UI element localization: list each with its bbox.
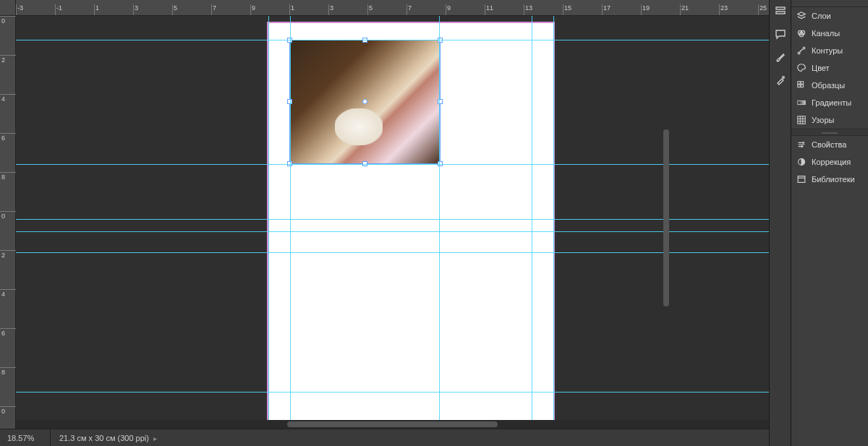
svg-rect-14 <box>798 116 806 124</box>
ruler-tick: 6 <box>0 133 15 172</box>
panel-item-label: Слои <box>812 12 831 20</box>
ruler-tick: -3 <box>16 4 55 12</box>
guide-horizontal[interactable] <box>16 252 769 253</box>
ruler-tick: 1 <box>289 4 328 12</box>
panel-item-label: Цвет <box>812 64 830 72</box>
ruler-tick: 7 <box>407 4 446 12</box>
ruler-tick: 4 <box>0 289 15 328</box>
collapsed-panel-strip <box>770 0 791 446</box>
guide-vertical[interactable] <box>553 16 554 429</box>
ruler-tick: 2 <box>0 55 15 94</box>
ruler-tick: 9 <box>250 4 289 12</box>
comments-icon[interactable] <box>773 26 788 42</box>
canvas-viewport[interactable] <box>16 16 769 429</box>
status-bar: 18.57% 21.3 см x 30 см (300 ppi) ▸ <box>0 429 769 446</box>
panel-item-gradients[interactable]: Градиенты <box>791 94 868 111</box>
ruler-tick: 19 <box>641 4 680 12</box>
guide-vertical[interactable] <box>439 16 440 429</box>
placed-image[interactable] <box>290 40 440 163</box>
history-icon[interactable] <box>773 3 788 19</box>
chevron-right-icon[interactable]: ▸ <box>151 434 157 442</box>
panel-item-label: Библиотеки <box>812 175 855 184</box>
panel-list: СлоиКаналыКонтурыЦветОбразцыГрадиентыУзо… <box>791 0 868 446</box>
ruler-tick: 21 <box>680 4 719 12</box>
document-info[interactable]: 21.3 см x 30 см (300 ppi) ▸ <box>51 434 166 442</box>
ruler-tick: 0 <box>0 16 15 55</box>
guide-horizontal[interactable] <box>16 40 769 40</box>
swatches-icon <box>796 80 807 91</box>
panel-item-channels[interactable]: Каналы <box>791 25 868 42</box>
guide-vertical[interactable] <box>290 16 291 429</box>
brush-icon[interactable] <box>773 49 788 65</box>
scrollbar-thumb[interactable] <box>663 129 669 307</box>
workspace: -3-1135791357911131517192123252729313335… <box>0 0 769 446</box>
panel-item-patterns[interactable]: Узоры <box>791 111 868 129</box>
paths-icon <box>796 45 807 56</box>
guide-horizontal[interactable] <box>16 164 769 165</box>
scrollbar-horizontal[interactable] <box>16 420 769 429</box>
svg-rect-0 <box>776 7 785 9</box>
channels-icon <box>796 27 807 39</box>
panel-item-color[interactable]: Цвет <box>791 59 868 77</box>
ruler-tick: 23 <box>719 4 758 12</box>
ruler-tick: 17 <box>602 4 641 12</box>
panel-item-properties[interactable]: Свойства <box>791 136 868 153</box>
svg-rect-10 <box>798 85 801 87</box>
ruler-tick: 15 <box>563 4 602 12</box>
color-icon <box>796 62 807 74</box>
panel-item-label: Коррекция <box>812 158 851 166</box>
svg-rect-8 <box>798 82 801 85</box>
layers-icon <box>796 10 807 22</box>
ruler-tick: 3 <box>328 4 367 12</box>
svg-point-15 <box>803 142 804 144</box>
svg-rect-9 <box>801 82 804 85</box>
svg-rect-1 <box>776 12 785 14</box>
ruler-tick: 8 <box>0 367 15 406</box>
panel-item-label: Свойства <box>812 140 846 149</box>
ruler-tick: 5 <box>172 4 211 12</box>
libraries-icon <box>796 173 807 185</box>
properties-icon <box>796 139 807 150</box>
ruler-tick: 6 <box>0 328 15 367</box>
ruler-tick: 11 <box>485 4 524 12</box>
panel-item-label: Каналы <box>812 29 840 38</box>
ruler-tick: 8 <box>0 172 15 211</box>
panel-item-layers[interactable]: Слои <box>791 7 868 25</box>
ruler-tick: 5 <box>367 4 407 12</box>
panel-drag-handle[interactable] <box>791 0 868 7</box>
ruler-horizontal[interactable]: -3-1135791357911131517192123252729313335… <box>16 0 769 16</box>
ruler-tick: -1 <box>55 4 94 12</box>
ruler-vertical[interactable]: 02468024680 <box>0 16 16 429</box>
patterns-icon <box>796 114 807 126</box>
brush-settings-icon[interactable] <box>773 72 788 88</box>
scrollbar-thumb[interactable] <box>287 421 498 427</box>
document-dimensions: 21.3 см x 30 см (300 ppi) <box>59 434 149 442</box>
guide-horizontal[interactable] <box>16 219 769 220</box>
right-dock: СлоиКаналыКонтурыЦветОбразцыГрадиентыУзо… <box>769 0 868 446</box>
guide-vertical[interactable] <box>532 16 532 429</box>
svg-rect-18 <box>798 176 805 183</box>
svg-rect-11 <box>801 85 804 87</box>
panel-item-paths[interactable]: Контуры <box>791 42 868 59</box>
ruler-tick: 4 <box>0 94 15 133</box>
panel-item-label: Градиенты <box>812 98 851 107</box>
ruler-tick: 1 <box>94 4 133 12</box>
guide-horizontal[interactable] <box>16 392 769 393</box>
ruler-tick: 0 <box>0 211 15 250</box>
guide-horizontal[interactable] <box>16 231 769 232</box>
panel-item-adjustments[interactable]: Коррекция <box>791 153 868 171</box>
zoom-level[interactable]: 18.57% <box>0 429 51 446</box>
panel-group-divider[interactable] <box>791 129 868 136</box>
ruler-tick: 3 <box>133 4 172 12</box>
svg-point-16 <box>801 146 803 147</box>
panel-item-libraries[interactable]: Библиотеки <box>791 171 868 188</box>
gradients-icon <box>796 97 807 108</box>
panel-item-label: Контуры <box>812 46 843 55</box>
ruler-origin[interactable] <box>0 0 16 16</box>
panel-item-swatches[interactable]: Образцы <box>791 77 868 94</box>
canvas-document[interactable] <box>268 23 553 425</box>
ruler-tick: 9 <box>446 4 485 12</box>
scrollbar-vertical[interactable] <box>662 16 671 420</box>
ruler-tick: 2 <box>0 250 15 289</box>
guide-vertical[interactable] <box>268 16 269 429</box>
